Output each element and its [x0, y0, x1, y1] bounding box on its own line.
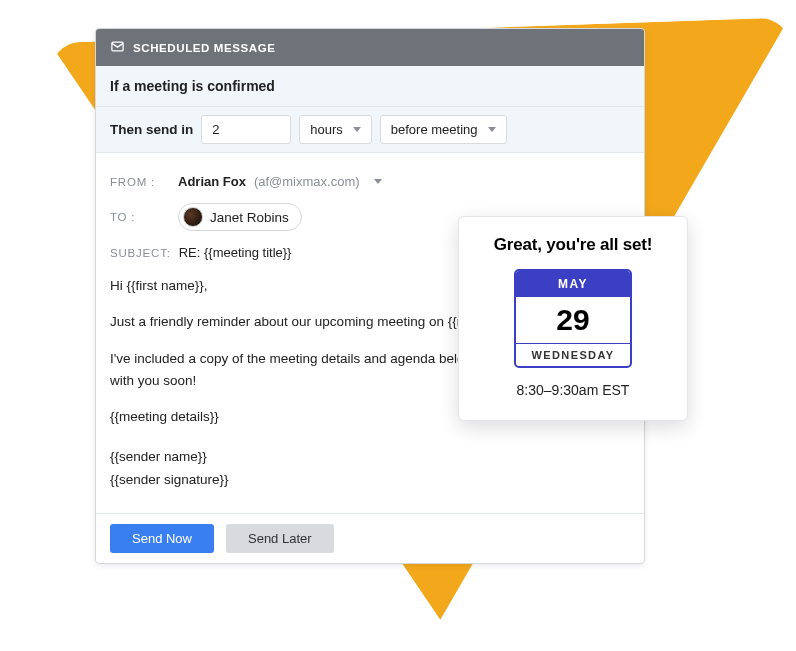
calendar-weekday: WEDNESDAY: [516, 344, 630, 366]
calendar-month: MAY: [516, 271, 630, 297]
recipient-name: Janet Robins: [210, 210, 289, 225]
subject-label: SUBJECT:: [110, 247, 171, 259]
send-value-input[interactable]: 2: [201, 115, 291, 144]
calendar-widget: MAY 29 WEDNESDAY: [514, 269, 632, 368]
send-now-button[interactable]: Send Now: [110, 524, 214, 553]
from-label: FROM :: [110, 176, 170, 188]
avatar: [183, 207, 203, 227]
to-label: TO :: [110, 211, 170, 223]
chevron-down-icon: [488, 127, 496, 132]
send-config-row: Then send in 2 hours before meeting: [96, 107, 644, 153]
mail-icon: [110, 39, 125, 56]
popup-title: Great, you're all set!: [477, 235, 669, 255]
send-label: Then send in: [110, 122, 193, 137]
popup-time: 8:30–9:30am EST: [477, 382, 669, 398]
from-email: (af@mixmax.com): [254, 174, 360, 189]
confirmation-popup: Great, you're all set! MAY 29 WEDNESDAY …: [458, 216, 688, 421]
signature-block: {{sender name}} {{sender signature}}: [110, 446, 630, 491]
send-later-button[interactable]: Send Later: [226, 524, 334, 553]
chevron-down-icon[interactable]: [374, 179, 382, 184]
condition-text: If a meeting is confirmed: [110, 78, 275, 94]
from-row: FROM : Adrian Fox (af@mixmax.com): [110, 167, 630, 196]
condition-row: If a meeting is confirmed: [96, 66, 644, 107]
card-footer: Send Now Send Later: [96, 513, 644, 563]
from-name: Adrian Fox: [178, 174, 246, 189]
send-relative-select[interactable]: before meeting: [380, 115, 507, 144]
card-header-title: SCHEDULED MESSAGE: [133, 42, 275, 54]
msg-sig2: {{sender signature}}: [110, 469, 630, 491]
card-header: SCHEDULED MESSAGE: [96, 29, 644, 66]
send-unit-select[interactable]: hours: [299, 115, 372, 144]
recipient-chip[interactable]: Janet Robins: [178, 203, 302, 231]
msg-sig1: {{sender name}}: [110, 446, 630, 468]
chevron-down-icon: [353, 127, 361, 132]
calendar-day: 29: [516, 297, 630, 344]
subject-value: RE: {{meeting title}}: [179, 245, 292, 260]
